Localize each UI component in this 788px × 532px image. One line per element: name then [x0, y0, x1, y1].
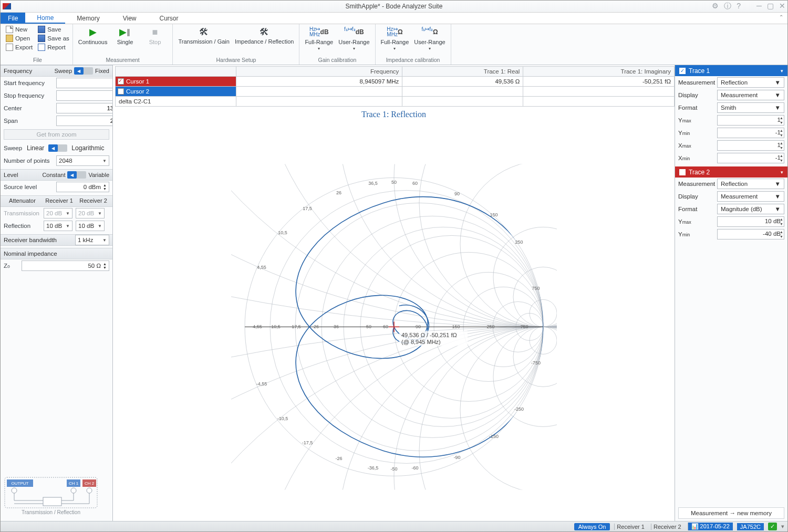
svg-text:-60: -60	[411, 465, 418, 471]
trace1-ymax-input[interactable]: 1▲▼	[717, 115, 784, 126]
span-input[interactable]	[56, 116, 113, 126]
nomz-header: Nominal impedance	[4, 251, 109, 257]
tab-cursor[interactable]: Cursor	[148, 13, 190, 24]
save-button[interactable]: Save	[38, 25, 69, 34]
close-icon[interactable]: ✕	[779, 2, 785, 11]
impedance-reflection-button[interactable]: 🛠Impedance / Reflection	[233, 25, 296, 45]
trace1-measurement-dropdown[interactable]: Reflection▼	[717, 77, 784, 88]
file-menu[interactable]: File	[1, 13, 25, 24]
svg-point-9	[87, 488, 92, 493]
tab-view[interactable]: View	[111, 13, 148, 24]
tab-memory[interactable]: Memory	[65, 13, 111, 24]
svg-text:250: 250	[486, 324, 494, 329]
trans-atten-r1[interactable]: 20 dB▼	[44, 208, 72, 218]
measurement-group-label: Measurement	[76, 57, 170, 65]
svg-text:26: 26	[336, 190, 341, 195]
trace2-measurement-dropdown[interactable]: Reflection▼	[717, 179, 784, 189]
right-panel: ✓Trace 1▾ MeasurementReflection▼ Display…	[675, 65, 787, 521]
trace1-xmax-input[interactable]: 1▲▼	[717, 140, 784, 151]
trans-atten-r2[interactable]: 20 dB▼	[76, 208, 105, 218]
trace2-format-dropdown[interactable]: Magnitude (dB)▼	[717, 204, 784, 214]
svg-text:4,55: 4,55	[257, 265, 266, 270]
rbw-header: Receiver bandwidth	[4, 237, 75, 243]
svg-point-44	[231, 327, 557, 489]
svg-text:CH 1: CH 1	[69, 481, 79, 486]
ribbon: New Open Export Save Save as Report File…	[1, 24, 787, 65]
maximize-icon[interactable]: ▢	[767, 2, 774, 11]
z0-input[interactable]: 50 Ω▲▼	[22, 260, 109, 271]
gain-fullrange-button[interactable]: Hz↦MHzdBFull-Range▾	[303, 25, 335, 51]
center-frequency-input[interactable]	[56, 103, 113, 113]
open-button[interactable]: Open	[6, 34, 33, 43]
status-ok-icon: ✓	[768, 523, 777, 530]
linear-log-toggle[interactable]: ◀	[48, 144, 67, 152]
info-icon[interactable]: ⓘ	[724, 2, 731, 11]
trace1-header[interactable]: ✓Trace 1▾	[675, 65, 787, 76]
trace1-format-dropdown[interactable]: Smith▼	[717, 102, 784, 113]
svg-text:36,5: 36,5	[368, 181, 378, 186]
stop-frequency-input[interactable]	[56, 90, 113, 101]
svg-text:10,5: 10,5	[278, 230, 287, 235]
trace2-enable-checkbox	[679, 169, 686, 175]
saveas-button[interactable]: Save as	[38, 34, 69, 43]
start-frequency-input[interactable]	[56, 78, 113, 88]
cursor1-checkbox[interactable]: Cursor 1	[116, 77, 236, 87]
help-icon[interactable]: ?	[737, 2, 741, 11]
imp-userrange-button[interactable]: f₁↦f₂ ΩUser-Range▾	[412, 25, 447, 51]
status-serial: JA752C	[737, 523, 764, 530]
refl-atten-r1[interactable]: 10 dB▼	[44, 221, 72, 231]
app-icon	[3, 3, 11, 9]
trace2-ymax-input[interactable]: 10 dB▲▼	[717, 216, 784, 227]
npoints-dropdown[interactable]: 2048▼	[56, 155, 109, 166]
svg-rect-10	[43, 497, 61, 506]
cursor-marker[interactable]	[389, 321, 399, 332]
export-button[interactable]: Export	[6, 43, 33, 51]
svg-text:60: 60	[412, 181, 417, 186]
attenuator-header: Attenuator	[3, 197, 42, 205]
single-button[interactable]: ▶∥Single	[110, 25, 139, 45]
statusbar: Always On Receiver 1 Receiver 2 📊 2017-0…	[1, 521, 787, 531]
get-from-zoom-button[interactable]: Get from zoom	[4, 129, 109, 140]
transmission-gain-button[interactable]: 🛠Transmission / Gain	[176, 25, 231, 45]
trace1-ymin-input[interactable]: -1▲▼	[717, 128, 784, 138]
settings-icon[interactable]: ⚙	[712, 2, 719, 11]
measurement-new-memory-button[interactable]: Measurement → new memory	[678, 507, 784, 519]
continuous-button[interactable]: ▶Continuous	[76, 25, 110, 45]
smith-chart[interactable]: 49,536 Ω / -50,251 fΩ (@ 8,945 MHz) 4,55…	[113, 119, 675, 521]
svg-point-28	[493, 327, 557, 426]
impcal-group-label: Impedance calibration	[379, 57, 448, 65]
level-header: Level	[4, 172, 42, 178]
trace2-ymin-input[interactable]: -40 dB▲▼	[717, 229, 784, 239]
trace2-display-dropdown[interactable]: Measurement▼	[717, 191, 784, 202]
level-toggle[interactable]: ◀	[67, 171, 86, 179]
sweep-fixed-toggle[interactable]: ◀	[74, 67, 93, 75]
trace1-xmin-input[interactable]: -1▲▼	[717, 153, 784, 163]
svg-text:4,55: 4,55	[253, 324, 262, 329]
trace1-display-dropdown[interactable]: Measurement▼	[717, 90, 784, 100]
cursor2-checkbox[interactable]: Cursor 2	[116, 87, 236, 97]
minimize-icon[interactable]: ─	[756, 2, 762, 11]
svg-text:-50: -50	[390, 466, 397, 472]
trace2-header[interactable]: Trace 2▾	[675, 166, 787, 178]
source-level-input[interactable]: 0 dBm▲▼	[56, 182, 109, 192]
svg-text:750: 750	[520, 324, 528, 329]
refl-atten-r2[interactable]: 10 dB▼	[76, 221, 105, 231]
new-button[interactable]: New	[6, 25, 33, 34]
svg-text:17,5: 17,5	[303, 206, 312, 211]
stop-button[interactable]: ■Stop	[140, 25, 169, 45]
hw-diagram[interactable]: OUTPUT CH 1 CH 2 Transmission / Reflecti…	[1, 473, 112, 521]
svg-text:26: 26	[313, 324, 318, 329]
rbw-dropdown[interactable]: 1 kHz▼	[75, 235, 109, 245]
ribbon-collapse-icon[interactable]: ⌃	[779, 14, 783, 20]
table-row: Cursor 18,945097 MHz49,536 Ω-50,251 fΩ	[116, 77, 675, 87]
report-button[interactable]: Report	[38, 43, 69, 51]
status-menu-icon[interactable]: ▾	[781, 523, 784, 530]
svg-text:150: 150	[452, 324, 460, 329]
imp-fullrange-button[interactable]: Hz↦MHzΩFull-Range▾	[379, 25, 411, 51]
gain-userrange-button[interactable]: f₁↦f₂ dBUser-Range▾	[336, 25, 371, 51]
status-always-on[interactable]: Always On	[574, 523, 610, 530]
status-receiver1: Receiver 1	[614, 524, 647, 530]
svg-text:-10,5: -10,5	[277, 416, 288, 421]
cursor-table: FrequencyTrace 1: RealTrace 1: Imaginary…	[115, 66, 675, 107]
tab-home[interactable]: Home	[25, 13, 65, 24]
